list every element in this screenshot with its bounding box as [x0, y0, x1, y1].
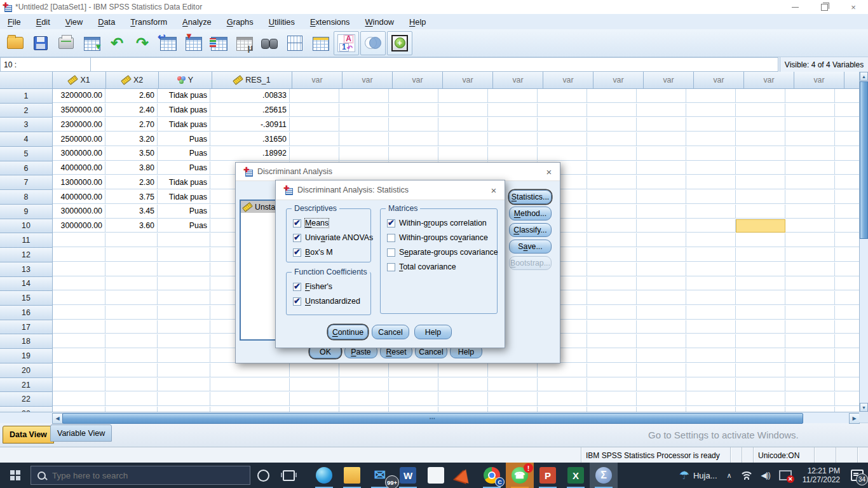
checkbox-icon[interactable] [293, 219, 301, 227]
data-cell[interactable]: 3000000.00 [53, 219, 105, 233]
empty-cell[interactable] [339, 147, 389, 161]
empty-cell[interactable] [686, 219, 736, 233]
taskbar-powerpoint-button[interactable]: P [534, 463, 562, 488]
empty-cell[interactable] [488, 89, 538, 103]
empty-cell[interactable] [736, 334, 785, 348]
checkbox-icon[interactable] [293, 234, 301, 242]
empty-cell[interactable] [587, 161, 637, 175]
column-header-var[interactable]: var [292, 72, 342, 89]
empty-cell[interactable] [835, 233, 859, 247]
data-cell[interactable] [53, 334, 105, 348]
column-header-var[interactable]: var [644, 72, 694, 89]
checkbox-fisher-s[interactable]: Fisher's [293, 281, 332, 292]
data-cell[interactable]: Tidak puas [158, 190, 210, 204]
row-number[interactable]: 18 [0, 334, 53, 349]
empty-cell[interactable] [686, 291, 736, 305]
column-header-var[interactable]: var [744, 72, 794, 89]
tray-overflow-chevron-icon[interactable]: ∧ [722, 471, 736, 480]
tab-data-view[interactable]: Data View [3, 426, 54, 444]
menu-graphs[interactable]: Graphs [219, 15, 261, 29]
empty-cell[interactable] [835, 118, 859, 132]
empty-cell[interactable] [587, 349, 637, 363]
data-cell[interactable]: .00833 [210, 89, 290, 103]
cortana-button[interactable] [250, 470, 276, 482]
empty-cell[interactable] [538, 132, 587, 146]
classify-button[interactable]: Classify... [509, 223, 552, 237]
data-cell[interactable] [53, 248, 105, 262]
empty-cell[interactable] [637, 306, 686, 320]
volume-icon[interactable]: ◀)) [757, 471, 775, 480]
restore-button[interactable] [810, 0, 839, 14]
data-cell[interactable] [53, 277, 105, 291]
data-cell[interactable] [158, 378, 210, 392]
data-cell[interactable]: 3.50 [105, 147, 158, 161]
empty-cell[interactable] [637, 262, 686, 276]
print-button[interactable] [53, 31, 79, 55]
empty-cell[interactable] [686, 89, 736, 103]
data-cell[interactable] [105, 277, 158, 291]
taskbar-whatsapp-button[interactable]: ☎! [506, 463, 534, 488]
scroll-up-button[interactable]: ▲ [860, 72, 868, 81]
empty-cell[interactable] [785, 104, 835, 118]
empty-cell[interactable] [686, 378, 736, 392]
empty-cell[interactable] [339, 104, 389, 118]
row-number[interactable]: 6 [0, 161, 53, 176]
empty-cell[interactable] [835, 262, 859, 276]
row-number[interactable]: 9 [0, 205, 53, 219]
data-cell[interactable]: .18992 [210, 147, 290, 161]
data-cell[interactable] [105, 349, 158, 363]
taskbar-excel-button[interactable]: X [562, 463, 590, 488]
row-number[interactable]: 8 [0, 190, 53, 205]
data-cell[interactable] [158, 277, 210, 291]
selected-cell[interactable] [736, 219, 785, 233]
horizontal-scroll-thumb[interactable]: ⋯ [62, 413, 803, 424]
empty-cell[interactable] [587, 118, 637, 132]
empty-cell[interactable] [785, 89, 835, 103]
empty-cell[interactable] [438, 378, 488, 392]
empty-cell[interactable] [538, 392, 587, 406]
empty-cell[interactable] [637, 407, 686, 412]
column-header-y[interactable]: Y [159, 72, 212, 89]
statistics-button[interactable]: Statistics... [509, 190, 552, 204]
empty-cell[interactable] [587, 248, 637, 262]
empty-cell[interactable] [587, 132, 637, 146]
empty-cell[interactable] [637, 89, 686, 103]
checkbox-box-s-m[interactable]: Box's M [293, 247, 333, 257]
empty-cell[interactable] [835, 363, 859, 377]
row-number[interactable]: 14 [0, 277, 53, 292]
empty-cell[interactable] [785, 219, 835, 233]
empty-cell[interactable] [736, 262, 785, 276]
horizontal-scrollbar[interactable]: ◀ ⋯ ▶ [0, 412, 859, 423]
goto-case-button[interactable]: ↩ [155, 31, 180, 55]
data-cell[interactable] [210, 392, 290, 406]
checkbox-icon[interactable] [293, 248, 301, 257]
empty-cell[interactable] [538, 407, 587, 412]
data-cell[interactable]: 2.30 [105, 175, 158, 189]
save-button[interactable]: Save... [509, 240, 552, 254]
data-cell[interactable]: -.30911 [210, 118, 290, 132]
empty-cell[interactable] [488, 132, 538, 146]
menu-window[interactable]: Window [358, 15, 402, 29]
checkbox-icon[interactable] [387, 219, 395, 227]
taskbar-explorer-button[interactable] [338, 463, 366, 488]
data-cell[interactable] [158, 392, 210, 406]
checkbox-total-covariance[interactable]: Total covariance [387, 262, 456, 272]
data-cell[interactable] [105, 320, 158, 334]
data-cell[interactable] [53, 363, 105, 377]
scroll-left-button[interactable]: ◀ [52, 413, 63, 424]
data-cell[interactable] [158, 320, 210, 334]
menu-extensions[interactable]: Extensions [302, 15, 358, 29]
row-number[interactable]: 5 [0, 147, 53, 161]
row-number[interactable]: 3 [0, 118, 53, 132]
checkbox-icon[interactable] [293, 283, 301, 291]
task-view-button[interactable] [276, 470, 301, 481]
empty-cell[interactable] [637, 363, 686, 377]
empty-cell[interactable] [637, 277, 686, 291]
redo-button[interactable]: ↷ [130, 31, 155, 55]
taskbar-mail-button[interactable]: ✉99+ [366, 463, 394, 488]
empty-cell[interactable] [785, 407, 835, 412]
cell-reference[interactable]: 10 : [0, 57, 91, 72]
empty-cell[interactable] [438, 89, 488, 103]
row-number[interactable]: 17 [0, 320, 53, 335]
empty-cell[interactable] [637, 190, 686, 204]
